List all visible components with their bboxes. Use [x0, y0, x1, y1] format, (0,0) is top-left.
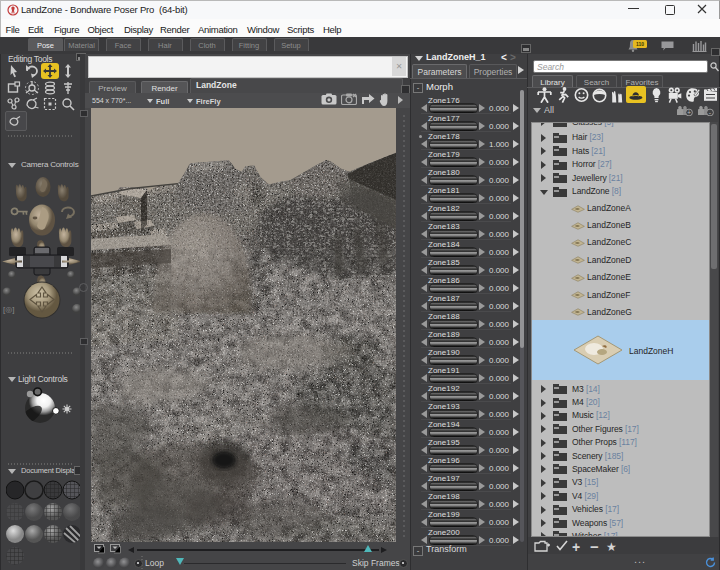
svg-text:[◎]: [◎] [3, 305, 14, 314]
svg-text:+: + [687, 109, 691, 116]
